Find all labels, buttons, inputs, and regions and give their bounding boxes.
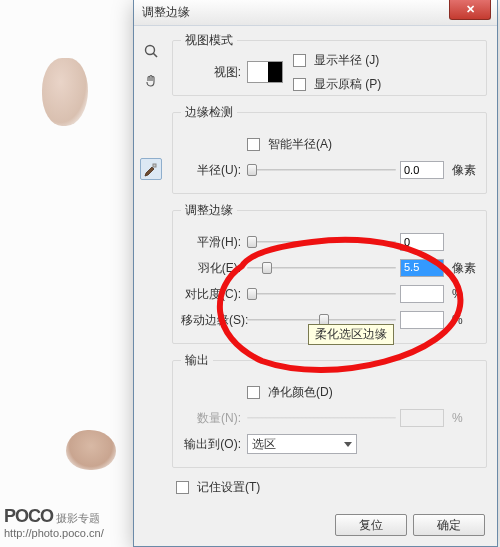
- reset-button[interactable]: 复位: [335, 514, 407, 536]
- smart-radius-checkbox[interactable]: [247, 138, 260, 151]
- feather-unit: 像素: [448, 260, 478, 277]
- remember-checkbox[interactable]: [176, 481, 189, 494]
- radius-label: 半径(U):: [181, 162, 243, 179]
- legend-output: 输出: [181, 352, 213, 369]
- refine-brush-tool-icon[interactable]: [140, 158, 162, 180]
- feather-tooltip: 柔化选区边缘: [308, 324, 394, 345]
- shift-label: 移动边缘(S):: [181, 312, 243, 329]
- smooth-slider[interactable]: [247, 234, 396, 250]
- smart-radius-label: 智能半径(A): [268, 136, 332, 153]
- legend-adjust: 调整边缘: [181, 202, 237, 219]
- output-to-label: 输出到(O):: [181, 436, 243, 453]
- contrast-slider[interactable]: [247, 286, 396, 302]
- contrast-input[interactable]: [400, 285, 444, 303]
- radius-slider[interactable]: [247, 162, 396, 178]
- hand-tool-icon[interactable]: [140, 70, 162, 92]
- shift-input[interactable]: [400, 311, 444, 329]
- output-to-value: 选区: [252, 436, 276, 453]
- legend-edge: 边缘检测: [181, 104, 237, 121]
- radius-unit: 像素: [448, 162, 478, 179]
- radius-input[interactable]: [400, 161, 444, 179]
- svg-rect-2: [153, 164, 156, 167]
- close-button[interactable]: ✕: [449, 0, 491, 20]
- feather-input[interactable]: 5.5: [400, 259, 444, 277]
- contrast-label: 对比度(C):: [181, 286, 243, 303]
- chevron-down-icon: [344, 442, 352, 447]
- smooth-label: 平滑(H):: [181, 234, 243, 251]
- zoom-tool-icon[interactable]: [140, 40, 162, 62]
- decontaminate-checkbox[interactable]: [247, 386, 260, 399]
- feather-slider[interactable]: [247, 260, 396, 276]
- canvas-hand-sample: [66, 430, 116, 470]
- show-radius-label: 显示半径 (J): [314, 52, 379, 69]
- ok-button[interactable]: 确定: [413, 514, 485, 536]
- legend-viewmode: 视图模式: [181, 32, 237, 49]
- group-viewmode: 视图模式 视图: 显示半径 (J) 显示原稿 (P): [172, 32, 487, 96]
- canvas-face-sample: [42, 58, 88, 126]
- view-swatch[interactable]: [247, 61, 283, 83]
- decontaminate-label: 净化颜色(D): [268, 384, 333, 401]
- output-to-select[interactable]: 选区: [247, 434, 357, 454]
- tool-column: [134, 26, 168, 546]
- shift-unit: %: [448, 313, 478, 327]
- dialog-titlebar[interactable]: 调整边缘: [134, 0, 497, 26]
- amount-input: [400, 409, 444, 427]
- amount-label: 数量(N):: [181, 410, 243, 427]
- show-radius-checkbox[interactable]: [293, 54, 306, 67]
- contrast-unit: %: [448, 287, 478, 301]
- amount-unit: %: [448, 411, 478, 425]
- svg-line-1: [153, 53, 157, 57]
- smooth-input[interactable]: [400, 233, 444, 251]
- show-original-label: 显示原稿 (P): [314, 76, 381, 93]
- group-edge-detection: 边缘检测 智能半径(A) 半径(U): 像素: [172, 104, 487, 194]
- feather-label: 羽化(E):: [181, 260, 243, 277]
- remember-label: 记住设置(T): [197, 479, 260, 496]
- refine-edge-dialog: 调整边缘 ✕ 视图模式 视图: 显示半径 (J): [133, 0, 498, 547]
- group-output: 输出 净化颜色(D) 数量(N): % 输出到(O): 选区: [172, 352, 487, 468]
- group-adjust-edge: 调整边缘 平滑(H): 羽化(E): 5.5 像素 对比度(C):: [172, 202, 487, 344]
- view-label: 视图:: [181, 64, 243, 81]
- watermark: POCO 摄影专题 http://photo.poco.cn/: [4, 506, 104, 539]
- dialog-title: 调整边缘: [142, 4, 190, 21]
- close-icon: ✕: [466, 3, 475, 16]
- show-original-checkbox[interactable]: [293, 78, 306, 91]
- amount-slider: [247, 410, 396, 426]
